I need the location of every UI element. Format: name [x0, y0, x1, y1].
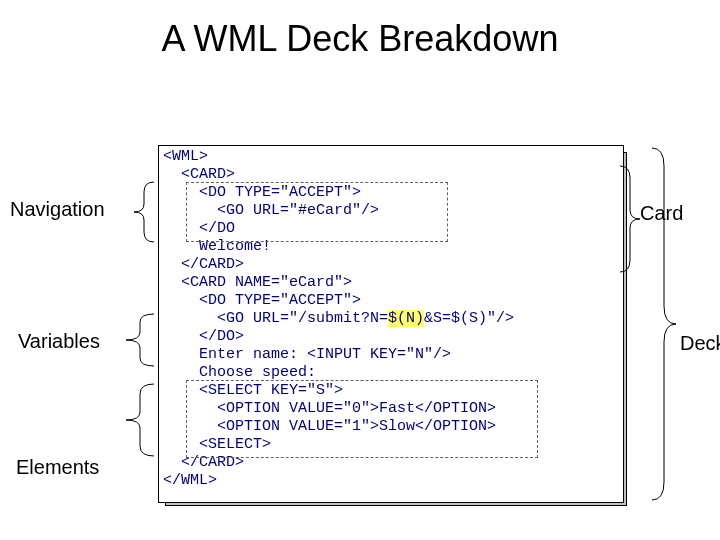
code-line: <CARD>	[163, 166, 235, 183]
brace-deck	[650, 146, 678, 502]
highlight-variable: $(N)	[388, 310, 424, 327]
label-navigation: Navigation	[10, 198, 105, 221]
code-line: <DO TYPE="ACCEPT">	[163, 292, 361, 309]
brace-elements	[106, 382, 156, 458]
code-line: <GO URL="/submit?N=$(N)&S=$(S)"/>	[163, 310, 514, 327]
brace-card	[618, 164, 642, 274]
brace-variables	[106, 312, 156, 368]
label-deck: Deck	[680, 332, 720, 355]
code-line: </WML>	[163, 472, 217, 489]
brace-navigation	[116, 180, 156, 244]
code-line: Choose speed:	[163, 364, 316, 381]
code-line: </CARD>	[163, 256, 244, 273]
label-variables: Variables	[18, 330, 100, 353]
code-line: </DO>	[163, 328, 244, 345]
label-elements: Elements	[16, 456, 99, 479]
code-line: <WML>	[163, 148, 208, 165]
highlight-box-navigation	[186, 182, 448, 242]
code-line: Enter name: <INPUT KEY="N"/>	[163, 346, 451, 363]
code-line: <CARD NAME="eCard">	[163, 274, 352, 291]
highlight-box-elements	[186, 380, 538, 458]
page-title: A WML Deck Breakdown	[0, 18, 720, 60]
